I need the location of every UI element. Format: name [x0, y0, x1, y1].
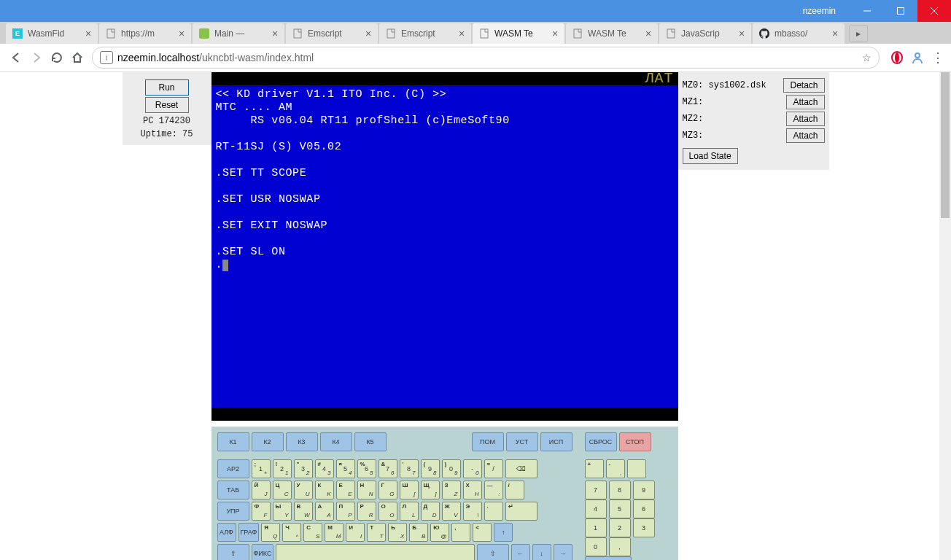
keyboard-key[interactable]: ФF — [252, 502, 271, 521]
load-state-button[interactable]: Load State — [683, 148, 738, 164]
emulator-screen[interactable]: ЛАТ << KD driver V1.1 ITO Inc. (C) >> MT… — [211, 72, 678, 421]
bookmark-star-icon[interactable]: ☆ — [862, 52, 872, 63]
keyboard-key[interactable]: , — [609, 537, 631, 556]
keyboard-key[interactable]: АA — [315, 502, 334, 521]
tab-close-icon[interactable]: × — [270, 28, 280, 39]
keyboard-key[interactable]: ПОМ — [472, 432, 504, 451]
window-maximize-button[interactable] — [884, 0, 917, 22]
drive-action-button[interactable]: Attach — [786, 112, 824, 126]
keyboard-key[interactable]: ОO — [379, 502, 397, 521]
keyboard-key[interactable]: 9 — [633, 481, 655, 499]
keyboard-key[interactable]: МM — [325, 523, 343, 542]
keyboard-key[interactable]: 0 — [585, 537, 607, 556]
keyboard-key[interactable]: 4 — [585, 499, 607, 518]
keyboard-key[interactable]: ЖV — [442, 502, 461, 521]
browser-menu-button[interactable]: ⋮ — [931, 50, 945, 65]
keyboard-key[interactable]: ¤54 — [336, 459, 355, 478]
browser-tab[interactable]: WASM Te× — [566, 23, 658, 44]
keyboard-key[interactable]: 1 — [585, 518, 607, 537]
tab-close-icon[interactable]: × — [83, 28, 93, 39]
keyboard-key[interactable]: ХH — [463, 481, 482, 499]
keyboard-key[interactable]: К5 — [354, 432, 387, 451]
reset-button[interactable]: Reset — [145, 97, 189, 113]
keyboard-key[interactable]: ЫY — [273, 502, 292, 521]
keyboard-key[interactable]: УU — [294, 481, 313, 499]
keyboard-key[interactable]: УПР — [217, 502, 249, 521]
keyboard-key[interactable]: ЙJ — [252, 481, 271, 499]
tab-close-icon[interactable]: × — [737, 28, 747, 39]
keyboard-key[interactable]: ГРАФ — [238, 523, 260, 542]
keyboard-key[interactable]: ТT — [367, 523, 386, 542]
browser-tab[interactable]: JavaScrip× — [659, 23, 751, 44]
keyboard-key[interactable]: ЯQ — [261, 523, 280, 542]
keyboard-key[interactable]: ЦC — [273, 481, 292, 499]
keyboard-key[interactable]: ИСП — [540, 432, 572, 451]
keyboard-key[interactable]: СТОП — [619, 432, 651, 451]
keyboard-key[interactable]: Ш[ — [400, 481, 419, 499]
tab-close-icon[interactable]: × — [176, 28, 187, 39]
keyboard-key[interactable]: Ч^ — [282, 523, 301, 542]
tab-close-icon[interactable]: × — [457, 28, 467, 39]
keyboard-key[interactable]: РR — [357, 502, 376, 521]
keyboard-key[interactable]: ЕE — [336, 481, 355, 499]
keyboard-key[interactable]: &76 — [379, 459, 397, 478]
keyboard-key[interactable]: ↓ — [532, 544, 551, 560]
keyboard-key[interactable]: ПP — [336, 502, 355, 521]
keyboard-key[interactable] — [627, 459, 646, 478]
keyboard-key[interactable]: -0 — [463, 459, 482, 478]
nav-back-button[interactable] — [6, 47, 26, 68]
keyboard-key[interactable]: ⇧ — [477, 544, 509, 560]
drive-action-button[interactable]: Attach — [786, 95, 824, 109]
opera-ext-icon[interactable] — [890, 50, 904, 65]
keyboard-key[interactable]: → — [554, 544, 572, 560]
keyboard-key[interactable]: ↑ — [494, 523, 513, 542]
keyboard-key[interactable]: . — [484, 502, 503, 521]
keyboard-key[interactable]: ДD — [421, 502, 440, 521]
keyboard-key[interactable]: БB — [409, 523, 428, 542]
keyboard-key[interactable]: СS — [303, 523, 322, 542]
keyboard-key[interactable]: 8 — [609, 481, 631, 499]
keyboard-key[interactable]: К1 — [217, 432, 249, 451]
keyboard-key[interactable]: ГG — [379, 481, 397, 499]
keyboard-key[interactable]: К2 — [252, 432, 284, 451]
drive-action-button[interactable]: Attach — [786, 128, 824, 143]
keyboard-key[interactable]: 6 — [633, 499, 655, 518]
keyboard-key[interactable]: КK — [315, 481, 334, 499]
keyboard-key[interactable]: СБРОС — [585, 432, 617, 451]
browser-tab[interactable]: mbasso/× — [753, 23, 845, 44]
keyboard-key[interactable]: ЗZ — [442, 481, 461, 499]
keyboard-key[interactable]: 5 — [609, 499, 631, 518]
keyboard-key[interactable]: —: — [484, 481, 503, 499]
keyboard-key[interactable]: 2 — [609, 518, 631, 537]
keyboard-key[interactable]: "32 — [294, 459, 313, 478]
window-close-button[interactable] — [917, 0, 951, 22]
window-minimize-button[interactable] — [850, 0, 884, 22]
scroll-thumb[interactable] — [941, 72, 950, 218]
keyboard-key[interactable]: ЬX — [388, 523, 407, 542]
tab-close-icon[interactable]: × — [830, 28, 840, 39]
browser-tab[interactable]: Emscript× — [379, 23, 471, 44]
keyboard-key[interactable]: / — [505, 481, 524, 499]
keyboard-key[interactable]: %65 — [357, 459, 376, 478]
keyboard-key[interactable]: '87 — [400, 459, 419, 478]
nav-forward-button[interactable] — [26, 47, 47, 68]
keyboard-key[interactable]: -, — [606, 459, 625, 478]
keyboard-key[interactable]: НN — [357, 481, 376, 499]
keyboard-key[interactable]: + — [585, 459, 604, 478]
nav-reload-button[interactable] — [47, 47, 67, 68]
person-ext-icon[interactable] — [910, 50, 925, 65]
keyboard-key[interactable]: < — [473, 523, 492, 542]
tab-close-icon[interactable]: × — [363, 28, 373, 39]
keyboard-key[interactable]: )09 — [442, 459, 461, 478]
keyboard-key[interactable]: 3 — [633, 518, 655, 537]
drive-action-button[interactable]: Detach — [783, 78, 824, 93]
omnibox[interactable]: i nzeemin.localhost/ukncbtl-wasm/index.h… — [92, 47, 880, 69]
keyboard-key[interactable]: Ю@ — [430, 523, 449, 542]
browser-tab[interactable]: https://m× — [99, 23, 191, 44]
keyboard-key[interactable]: УСТ — [506, 432, 538, 451]
page-scrollbar[interactable] — [939, 72, 951, 560]
keyboard-key[interactable]: ;1+ — [252, 459, 271, 478]
keyboard-key[interactable]: ИI — [346, 523, 365, 542]
browser-tab[interactable]: WASM Te× — [473, 23, 564, 44]
keyboard-key[interactable]: ⇧ — [217, 544, 249, 560]
